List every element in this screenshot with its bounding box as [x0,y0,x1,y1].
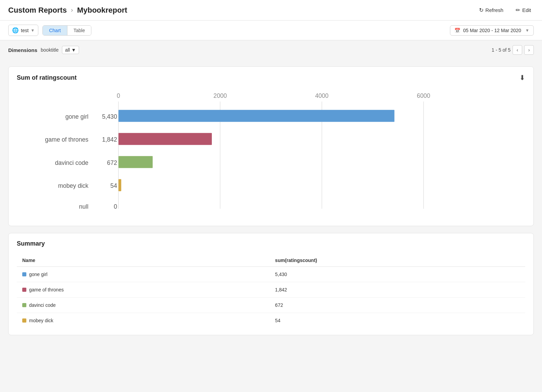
globe-icon: 🌐 [12,27,19,34]
svg-text:6000: 6000 [417,92,430,99]
env-selector[interactable]: 🌐 test ▼ [8,25,38,36]
value-cell: 1,842 [270,282,525,298]
svg-text:0: 0 [117,92,120,99]
row-name: game of thrones [29,287,64,292]
svg-text:672: 672 [107,159,117,166]
page-header: Custom Reports › Mybookreport ↻ Refresh … [0,0,542,21]
svg-text:null: null [79,203,88,210]
chart-card: Sum of ratingscount ⬇ 0 2000 4000 6000 [8,66,534,226]
dimensions-filter[interactable]: all ▼ [62,46,79,54]
view-tabs: Chart Table [42,25,91,36]
chart-card-title: Sum of ratingscount [17,74,77,81]
filter-chevron-icon: ▼ [71,47,76,53]
prev-page-button[interactable]: ‹ [513,45,522,55]
svg-rect-19 [118,179,121,191]
svg-text:5,430: 5,430 [102,113,117,120]
table-row: game of thrones 1,842 [17,282,525,298]
color-swatch [22,272,26,276]
download-icon: ⬇ [519,74,525,81]
edit-label: Edit [522,7,531,13]
name-cell: game of thrones [17,282,270,298]
col-name-header: Name [17,254,270,267]
next-page-button[interactable]: › [524,45,534,55]
tab-table[interactable]: Table [67,26,91,35]
value-cell: 5,430 [270,267,525,282]
filter-value: all [65,47,70,53]
value-cell: 54 [270,313,525,328]
color-swatch [22,318,26,323]
date-range-selector[interactable]: 📅 05 Mar 2020 - 12 Mar 2020 ▼ [450,25,534,36]
value-cell: 672 [270,298,525,313]
table-row: gone girl 5,430 [17,267,525,282]
tab-chart[interactable]: Chart [43,26,67,35]
download-button[interactable]: ⬇ [519,74,525,82]
row-name: mobey dick [29,318,53,323]
summary-table: Name sum(ratingscount) gone girl 5,430 g… [17,254,525,328]
svg-rect-10 [118,110,394,122]
refresh-button[interactable]: ↻ Refresh [476,5,506,15]
svg-text:54: 54 [111,182,117,189]
color-swatch [22,288,26,292]
breadcrumb-root: Custom Reports [8,6,67,15]
summary-card-header: Summary [17,240,525,247]
svg-text:davinci code: davinci code [55,159,89,166]
svg-text:2000: 2000 [214,92,227,99]
chart-svg: 0 2000 4000 6000 gone girl 5,430 game of… [17,89,525,218]
toolbar: 🌐 test ▼ Chart Table 📅 05 Mar 2020 - 12 … [0,21,542,40]
edit-button[interactable]: ✏ Edit [513,5,534,15]
env-chevron-icon: ▼ [31,28,35,33]
dimensions-label: Dimensions [8,47,37,53]
table-row: mobey dick 54 [17,313,525,328]
svg-text:1,842: 1,842 [102,136,117,143]
breadcrumb-current: Mybookreport [77,6,127,15]
name-cell: mobey dick [17,313,270,328]
date-chevron-icon: ▼ [525,28,529,33]
env-name: test [21,28,29,33]
svg-text:gone girl: gone girl [65,113,88,120]
name-cell: davinci code [17,298,270,313]
dimensions-bar: Dimensions booktitle all ▼ 1 - 5 of 5 ‹ … [0,40,542,60]
svg-rect-16 [118,156,153,168]
dimensions-left: Dimensions booktitle all ▼ [8,46,79,54]
summary-card-title: Summary [17,240,45,247]
svg-text:mobey dick: mobey dick [58,182,89,189]
chart-visualization: 0 2000 4000 6000 gone girl 5,430 game of… [17,89,525,219]
refresh-label: Refresh [486,7,504,13]
svg-text:game of thrones: game of thrones [45,136,89,143]
breadcrumb-separator: › [71,6,73,14]
svg-rect-13 [118,133,212,145]
pagination-label: 1 - 5 of 5 [492,47,511,53]
name-cell: gone girl [17,267,270,282]
main-content: Sum of ratingscount ⬇ 0 2000 4000 6000 [0,60,542,342]
toolbar-left: 🌐 test ▼ Chart Table [8,25,91,36]
refresh-icon: ↻ [479,7,483,13]
col-value-header: sum(ratingscount) [270,254,525,267]
color-swatch [22,303,26,307]
summary-card: Summary Name sum(ratingscount) gone girl… [8,233,534,335]
dimensions-right: 1 - 5 of 5 ‹ › [492,45,534,55]
breadcrumb: Custom Reports › Mybookreport [8,6,127,15]
header-actions: ↻ Refresh ✏ Edit [476,5,534,15]
row-name: gone girl [29,272,48,277]
calendar-icon: 📅 [454,28,460,33]
svg-text:4000: 4000 [315,92,328,99]
chart-card-header: Sum of ratingscount ⬇ [17,74,525,82]
dimensions-field: booktitle [41,47,59,53]
date-range-label: 05 Mar 2020 - 12 Mar 2020 [463,28,521,33]
edit-icon: ✏ [516,7,520,13]
svg-text:0: 0 [114,203,117,210]
table-row: davinci code 672 [17,298,525,313]
row-name: davinci code [29,302,56,308]
